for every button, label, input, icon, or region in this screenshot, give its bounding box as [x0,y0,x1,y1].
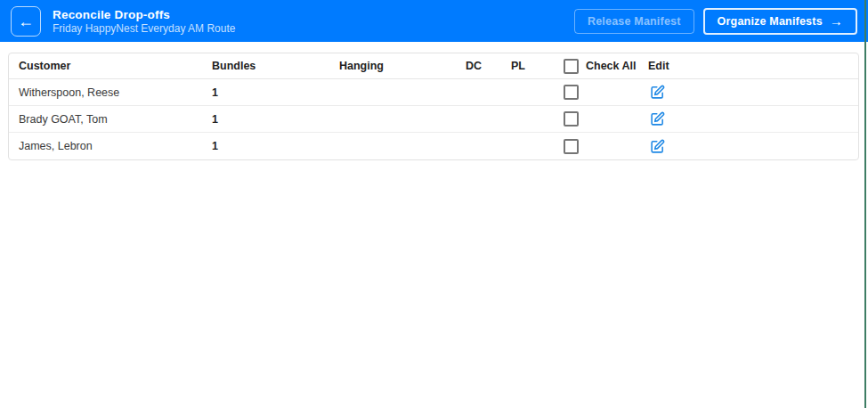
row-checkbox[interactable] [564,111,579,126]
bundles-cell: 1 [212,140,339,152]
bundles-cell: 1 [212,113,339,126]
release-manifest-button[interactable]: Release Manifest [574,9,694,34]
edit-cell [648,111,858,126]
table-row: Witherspoon, Reese 1 [9,79,858,106]
column-header-hanging: Hanging [339,60,466,72]
table-header-row: Customer Bundles Hanging DC PL Check All… [9,53,858,79]
page-title: Reconcile Drop-offs [53,7,235,22]
table-row: James, Lebron 1 [9,133,858,159]
organize-manifests-button[interactable]: Organize Manifests → [703,8,857,35]
table-row: Brady GOAT, Tom 1 [9,106,858,133]
organize-manifests-label: Organize Manifests [718,15,823,28]
check-cell [564,139,648,154]
reconcile-table-card: Customer Bundles Hanging DC PL Check All… [8,53,859,160]
check-cell [564,111,648,126]
check-cell [564,85,648,100]
column-header-edit: Edit [648,60,858,72]
row-checkbox[interactable] [564,139,579,154]
screen-edge-line [864,0,866,408]
customer-cell: Witherspoon, Reese [19,86,212,99]
edit-pencil-square-icon [650,85,665,100]
check-all-label: Check All [586,60,637,72]
column-header-bundles: Bundles [212,60,339,72]
edit-button[interactable] [650,139,665,154]
back-arrow-icon: ← [18,13,34,29]
edit-pencil-square-icon [650,111,665,126]
edit-button[interactable] [650,111,665,126]
check-all-checkbox[interactable] [564,59,579,74]
app-bar: ← Reconcile Drop-offs Friday HappyNest E… [0,0,868,42]
back-button[interactable]: ← [11,6,41,37]
column-header-dc: DC [466,60,511,72]
edit-cell [648,139,858,154]
customer-cell: Brady GOAT, Tom [19,113,212,126]
forward-arrow-icon: → [830,14,843,28]
page-subtitle: Friday HappyNest Everyday AM Route [53,22,235,36]
edit-button[interactable] [650,85,665,100]
table-body: Witherspoon, Reese 1 Brady GOAT, Tom 1 [9,79,858,159]
row-checkbox[interactable] [564,85,579,100]
edit-pencil-square-icon [650,139,665,154]
title-block: Reconcile Drop-offs Friday HappyNest Eve… [53,7,235,36]
customer-cell: James, Lebron [19,140,212,152]
column-header-customer: Customer [19,60,212,72]
column-header-pl: PL [511,60,564,72]
bundles-cell: 1 [212,86,339,99]
release-manifest-label: Release Manifest [588,15,681,28]
check-all-cell: Check All [564,59,648,74]
edit-cell [648,85,858,100]
